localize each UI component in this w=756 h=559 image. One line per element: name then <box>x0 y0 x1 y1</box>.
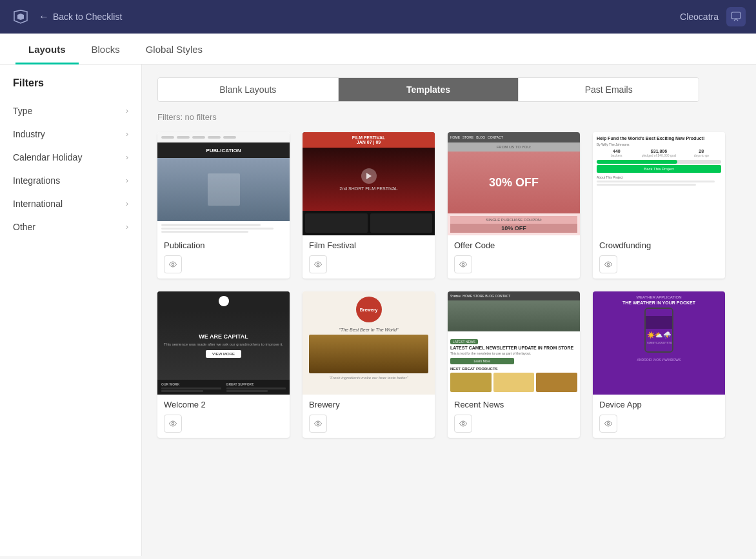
preview-area-film <box>303 253 435 279</box>
template-name-device-app: Device App <box>593 395 725 412</box>
filters-label: Filters: no filters <box>157 112 741 122</box>
preview-btn-publication[interactable] <box>164 255 182 273</box>
template-name-crowdfunding: Crowdfunding <box>593 235 725 253</box>
template-thumbnail-film: FILM FESTIVALJAN 07 | 09 2nd SHORT FILM … <box>303 132 435 235</box>
preview-area-crowd <box>593 253 725 279</box>
sidebar: Filters Type › Industry › Calendar Holid… <box>0 64 142 556</box>
preview-area-welcome <box>157 412 290 438</box>
template-card-welcome-2[interactable]: WE ARE CAPITAL This sentence was made af… <box>157 291 290 438</box>
tab-bar: Layouts Blocks Global Styles <box>0 34 756 64</box>
template-card-publication[interactable]: PUBLICATION Publication <box>157 132 290 279</box>
template-card-offer-code[interactable]: HOME STORE BLOG CONTACT FROM US TO YOU: … <box>448 132 580 279</box>
sidebar-title: Filters <box>0 77 141 99</box>
preview-btn-recent[interactable] <box>454 415 472 433</box>
user-name: Cleocatra <box>680 12 719 22</box>
template-thumbnail-welcome: WE ARE CAPITAL This sentence was made af… <box>157 291 290 395</box>
template-thumbnail-device: WEATHER APPLICATION THE WEATHER IN YOUR … <box>593 291 725 395</box>
preview-area-recent <box>448 412 580 438</box>
template-thumbnail-publication: PUBLICATION <box>157 132 290 235</box>
chevron-right-icon: › <box>126 199 128 208</box>
preview-area-publication <box>157 253 290 279</box>
template-name-film-festival: Film Festival <box>303 235 435 253</box>
chevron-right-icon: › <box>126 222 128 231</box>
svg-point-1 <box>172 263 174 266</box>
chevron-right-icon: › <box>126 106 128 115</box>
preview-btn-offer[interactable] <box>454 255 472 273</box>
logo-icon <box>10 6 31 27</box>
preview-btn-brewery[interactable] <box>309 415 327 433</box>
preview-btn-film[interactable] <box>309 255 327 273</box>
svg-point-8 <box>462 422 464 425</box>
svg-point-5 <box>607 263 610 266</box>
sub-tab-bar: Blank Layouts Templates Past Emails <box>157 77 699 102</box>
template-name-offer-code: Offer Code <box>448 235 580 253</box>
filter-industry[interactable]: Industry › <box>0 123 141 146</box>
template-thumbnail-offer: HOME STORE BLOG CONTACT FROM US TO YOU: … <box>448 132 580 235</box>
svg-point-9 <box>607 422 610 425</box>
back-label: Back to Checklist <box>53 12 122 22</box>
preview-btn-welcome[interactable] <box>164 415 182 433</box>
svg-rect-0 <box>731 12 741 19</box>
back-to-checklist-link[interactable]: ← Back to Checklist <box>39 11 122 23</box>
chat-icon[interactable] <box>726 7 746 26</box>
template-name-welcome-2: Welcome 2 <box>157 395 290 412</box>
preview-area-device <box>593 412 725 438</box>
filter-integrations[interactable]: Integrations › <box>0 169 141 192</box>
nav-left: ← Back to Checklist <box>10 6 122 27</box>
template-name-publication: Publication <box>157 235 290 253</box>
template-grid: PUBLICATION Publication <box>157 132 725 438</box>
svg-point-6 <box>172 422 174 425</box>
svg-point-7 <box>317 422 319 425</box>
tab-global-styles[interactable]: Global Styles <box>133 34 215 64</box>
sub-tab-blank-layouts[interactable]: Blank Layouts <box>158 78 339 101</box>
nav-right: Cleocatra <box>680 7 746 26</box>
template-name-brewery: Brewery <box>303 395 435 412</box>
chevron-right-icon: › <box>126 153 128 162</box>
template-card-device-app[interactable]: WEATHER APPLICATION THE WEATHER IN YOUR … <box>593 291 725 438</box>
pub-nav <box>157 132 290 142</box>
template-thumbnail-crowd: Help Fund the World's Best Exciting New … <box>593 132 725 235</box>
filter-international[interactable]: International › <box>0 192 141 215</box>
filter-type[interactable]: Type › <box>0 99 141 123</box>
template-card-film-festival[interactable]: FILM FESTIVALJAN 07 | 09 2nd SHORT FILM … <box>303 132 435 279</box>
sub-tab-past-emails[interactable]: Past Emails <box>519 78 699 101</box>
svg-marker-2 <box>366 173 372 179</box>
back-arrow-icon: ← <box>39 11 49 23</box>
tab-blocks[interactable]: Blocks <box>79 34 133 64</box>
sub-tab-templates[interactable]: Templates <box>339 78 519 101</box>
template-thumbnail-recent: Sʏʀɪᴋᴇ HOME STORE BLOG CONTACT LATEST NE… <box>448 291 580 395</box>
template-card-brewery[interactable]: Brewery "The Best Beer In The World" "Fr… <box>303 291 435 438</box>
template-name-recent-news: Recent News <box>448 395 580 412</box>
preview-btn-crowd[interactable] <box>599 255 617 273</box>
svg-point-4 <box>462 263 464 266</box>
preview-btn-device[interactable] <box>599 415 617 433</box>
top-nav: ← Back to Checklist Cleocatra <box>0 0 756 34</box>
preview-area-offer <box>448 253 580 279</box>
filter-other[interactable]: Other › <box>0 215 141 239</box>
template-card-recent-news[interactable]: Sʏʀɪᴋᴇ HOME STORE BLOG CONTACT LATEST NE… <box>448 291 580 438</box>
main-content: Blank Layouts Templates Past Emails Filt… <box>142 64 756 556</box>
chevron-right-icon: › <box>126 176 128 185</box>
preview-area-brewery <box>303 412 435 438</box>
template-thumbnail-brewery: Brewery "The Best Beer In The World" "Fr… <box>303 291 435 395</box>
filter-calendar-holiday[interactable]: Calendar Holiday › <box>0 146 141 169</box>
template-card-crowdfunding[interactable]: Help Fund the World's Best Exciting New … <box>593 132 725 279</box>
svg-point-3 <box>317 263 319 266</box>
chevron-right-icon: › <box>126 130 128 139</box>
content-area: Filters Type › Industry › Calendar Holid… <box>0 64 756 556</box>
tab-layouts[interactable]: Layouts <box>15 34 79 64</box>
